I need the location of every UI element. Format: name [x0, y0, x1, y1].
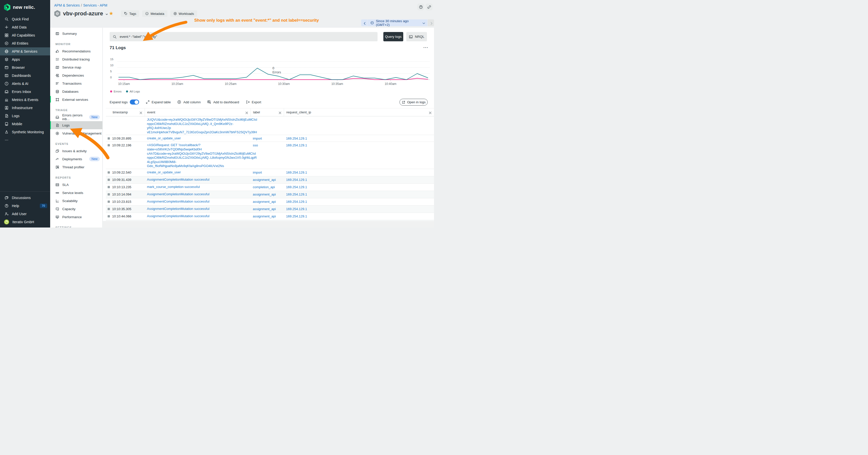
- subnav-item-deployments[interactable]: DeploymentsNew: [50, 155, 102, 163]
- sidebar-scrollbar[interactable]: [50, 96, 51, 102]
- event-link[interactable]: JUQVU&code=eyJraWQiOiJjcGltY29yZV8wOTI1M…: [147, 118, 248, 122]
- subnav-item-scalability[interactable]: Scalability: [50, 197, 102, 205]
- chevron-down-icon[interactable]: [105, 12, 108, 16]
- subnav-item-distributed-tracing[interactable]: Distributed tracing: [50, 55, 102, 63]
- time-back-button[interactable]: [361, 20, 368, 26]
- expand-table-button[interactable]: Expand table: [146, 100, 171, 104]
- export-button[interactable]: Export: [246, 100, 261, 104]
- event-link[interactable]: nppcCI6IkRlZmxhdGUiLCJzZXIiOiIxLjAifQ..L…: [147, 156, 248, 160]
- newrelic-logo[interactable]: new relic.: [0, 0, 50, 11]
- label-link[interactable]: assignment_api: [253, 200, 276, 203]
- subnav-item-errors-errors-inb[interactable]: Errors (errors inb...New: [50, 113, 102, 121]
- event-link[interactable]: AssignmentCompletionMutation successful: [147, 177, 248, 182]
- panel-overflow-menu[interactable]: ...: [424, 44, 428, 49]
- metadata-button[interactable]: Metadata: [142, 10, 167, 17]
- label-link[interactable]: assignment_api: [253, 207, 276, 211]
- label-link[interactable]: assignment_api: [253, 178, 276, 182]
- row-square-icon[interactable]: [107, 186, 110, 188]
- subnav-item-thread-profiler[interactable]: Thread profiler: [50, 163, 102, 171]
- subnav-item-issues-activity[interactable]: Issues & activity: [50, 147, 102, 155]
- column-header-request-client-ip[interactable]: request_client_ip: [284, 108, 434, 116]
- event-link[interactable]: mark_course_completion successful: [147, 185, 248, 189]
- open-in-logs-button[interactable]: Open in logs: [400, 99, 428, 105]
- nrql-button[interactable]: NRQL: [406, 32, 427, 41]
- label-link[interactable]: import: [253, 170, 262, 174]
- toggle-on-icon[interactable]: [130, 99, 139, 104]
- event-link[interactable]: nppcCI6IkRlZmxhdGUiLCJzZXIiOiIxLjAifQ..I…: [147, 122, 248, 130]
- add-to-dashboard-button[interactable]: Add to dashboard: [207, 100, 239, 104]
- event-link[interactable]: cAh7D&code=eyJraWQiOiJjcGltY29yZV8wOTI1M…: [147, 152, 248, 156]
- row-square-icon[interactable]: [107, 200, 110, 203]
- subnav-item-vulnerability-management[interactable]: Vulnerability Management: [50, 129, 102, 137]
- log-row[interactable]: 10:09:22.540create_or_update_userimport1…: [106, 169, 434, 176]
- log-row[interactable]: 10:10:13.235mark_course_completion succe…: [106, 184, 434, 191]
- ip-link[interactable]: 169.254.129.1: [286, 200, 307, 203]
- row-square-icon[interactable]: [107, 178, 110, 181]
- label-link[interactable]: assignment_api: [253, 193, 276, 196]
- event-link[interactable]: <ASGIRequest: GET '/sso/callback/?state=…: [147, 143, 248, 152]
- sidebar-item-quick-find[interactable]: Quick Find: [0, 15, 50, 23]
- add-column-button[interactable]: Add column: [177, 100, 200, 104]
- remove-column-icon[interactable]: [139, 111, 142, 114]
- ip-link[interactable]: 169.254.129.1: [286, 143, 307, 147]
- row-square-icon[interactable]: [107, 137, 110, 139]
- ip-link[interactable]: 169.254.129.1: [286, 193, 307, 196]
- event-link[interactable]: 4LgSjsuUW8B0Mi8-Gdo_f6ofWhjpatNs9jaMs9qK…: [147, 160, 248, 168]
- subnav-item-external-services[interactable]: External services: [50, 96, 102, 103]
- sidebar-item-infrastructure[interactable]: Infrastructure: [0, 104, 50, 112]
- entity-title[interactable]: vbv-prod-azure: [63, 10, 108, 17]
- log-row[interactable]: 10:09:22.196<ASGIRequest: GET '/sso/call…: [106, 142, 434, 169]
- sidebar-item-apps[interactable]: Apps: [0, 56, 50, 64]
- event-link[interactable]: create_or_update_user: [147, 170, 248, 174]
- event-link[interactable]: create_or_update_user: [147, 136, 248, 140]
- tags-button[interactable]: Tags: [121, 10, 139, 17]
- subnav-item-recommendations[interactable]: Recommendations: [50, 47, 102, 55]
- sidebar-item-dashboards[interactable]: Dashboards: [0, 71, 50, 79]
- copy-link-button[interactable]: [426, 3, 433, 10]
- legend-all-logs[interactable]: All Logs: [126, 90, 140, 93]
- sidebar-item-all-entities[interactable]: All Entities: [0, 39, 50, 47]
- remove-column-icon[interactable]: [428, 111, 431, 114]
- ip-link[interactable]: 169.254.129.1: [286, 178, 307, 182]
- row-square-icon[interactable]: [107, 208, 110, 210]
- row-square-icon[interactable]: [107, 215, 110, 218]
- sidebar-item-alerts-ai[interactable]: Alerts & AI: [0, 79, 50, 88]
- row-square-icon[interactable]: [107, 193, 110, 195]
- label-link[interactable]: completion_api: [253, 185, 275, 189]
- row-square-icon[interactable]: [107, 144, 110, 147]
- event-link[interactable]: AssignmentCompletionMutation successful: [147, 207, 248, 211]
- subnav-item-service-levels[interactable]: Service levels: [50, 189, 102, 197]
- event-link[interactable]: AssignmentCompletionMutation successful: [147, 192, 248, 196]
- column-header-event[interactable]: event: [145, 108, 250, 116]
- ip-link[interactable]: 169.254.129.1: [286, 215, 307, 218]
- time-range-button[interactable]: Since 30 minutes ago (GMT+2): [368, 20, 428, 26]
- sidebar-item-apm-services[interactable]: APM & Services: [0, 47, 50, 56]
- log-row[interactable]: 10:10:35.305AssignmentCompletionMutation…: [106, 205, 434, 213]
- remove-column-icon[interactable]: [278, 111, 281, 114]
- sidebar-item-browser[interactable]: Browser: [0, 64, 50, 71]
- sidebar-item-add-data[interactable]: Add Data: [0, 23, 50, 31]
- sidebar-footer-iterativ-gmbh[interactable]: Iterativ GmbH: [0, 218, 50, 226]
- sidebar-item-mobile[interactable]: Mobile: [0, 120, 50, 128]
- sidebar-item-logs[interactable]: Logs: [0, 112, 50, 120]
- log-query-input[interactable]: [119, 34, 368, 39]
- subnav-item-dependencies[interactable]: Dependencies: [50, 71, 102, 79]
- ip-link[interactable]: 169.254.129.1: [286, 207, 307, 211]
- event-link[interactable]: AssignmentCompletionMutation successful: [147, 214, 248, 219]
- subnav-item-service-map[interactable]: Service map: [50, 63, 102, 71]
- label-link[interactable]: sso: [253, 143, 258, 147]
- log-row[interactable]: 10:09:20.895create_or_update_userimport1…: [106, 135, 434, 142]
- log-row[interactable]: 10:10:14.094AssignmentCompletionMutation…: [106, 191, 434, 198]
- subnav-item-databases[interactable]: Databases: [50, 88, 102, 96]
- subnav-item-performance[interactable]: Performance: [50, 213, 102, 221]
- subnav-item-transactions[interactable]: Transactions: [50, 79, 102, 88]
- sidebar-item-errors-inbox[interactable]: Errors Inbox: [0, 88, 50, 96]
- row-square-icon[interactable]: [107, 171, 110, 173]
- query-logs-button[interactable]: Query logs: [383, 32, 403, 41]
- log-row[interactable]: JUQVU&code=eyJraWQiOiJjcGltY29yZV8wOTI1M…: [106, 117, 434, 135]
- column-header-label[interactable]: label: [250, 108, 284, 116]
- subnav-item-logs[interactable]: Logs: [50, 121, 102, 129]
- legend-errors[interactable]: Errors: [110, 90, 122, 93]
- sidebar-footer-discussions[interactable]: Discussions: [0, 194, 50, 202]
- sidebar-item-metrics-events[interactable]: Metrics & Events: [0, 96, 50, 104]
